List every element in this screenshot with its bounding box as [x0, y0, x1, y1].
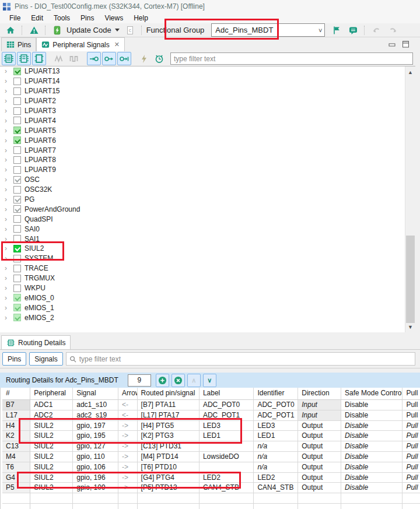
delete-route-button[interactable]: [172, 374, 185, 387]
expand-chevron-icon[interactable]: ›: [5, 138, 10, 143]
expand-chevron-icon[interactable]: ›: [5, 245, 10, 251]
cell-routed-pin[interactable]: [M4] PTD14: [138, 452, 200, 462]
table-row[interactable]: P5 SIUL2 gpio, 109 -> [P5] PTD13 CAN4_ST…: [1, 483, 420, 493]
cell-signal[interactable]: gpio, 106: [73, 462, 118, 473]
expand-chevron-icon[interactable]: ›: [5, 226, 10, 232]
peripheral-checkbox[interactable]: [13, 294, 21, 301]
expand-chevron-icon[interactable]: ›: [5, 236, 10, 242]
tree-item[interactable]: › LPUART7: [0, 145, 415, 155]
expand-chevron-icon[interactable]: ›: [5, 68, 10, 74]
add-route-button[interactable]: [156, 374, 169, 387]
cell-peripheral[interactable]: SIUL2: [30, 431, 73, 441]
cell-direction[interactable]: Output: [298, 462, 341, 473]
signals-toggle-button[interactable]: Signals: [29, 352, 62, 366]
expand-chevron-icon[interactable]: ›: [5, 285, 10, 291]
cell-routed-pin[interactable]: [T6] PTD10: [138, 462, 200, 473]
cell-identifier[interactable]: n/a: [254, 452, 298, 462]
cell-pull[interactable]: Pull: [402, 473, 420, 483]
expand-chevron-icon[interactable]: ›: [5, 108, 10, 114]
update-code-icon[interactable]: [50, 23, 64, 37]
minimize-icon[interactable]: [388, 41, 396, 48]
tree-item[interactable]: › LPUART9: [0, 165, 415, 175]
tree-item[interactable]: › SYSTEM: [0, 254, 415, 264]
expand-chevron-icon[interactable]: ›: [5, 216, 10, 222]
cell-signal[interactable]: gpio, 195: [73, 431, 118, 441]
cell-signal[interactable]: gpio, 196: [73, 473, 118, 483]
cell-direction[interactable]: Output: [298, 483, 341, 493]
tree-item[interactable]: › SIUL2: [0, 244, 415, 254]
expand-chevron-icon[interactable]: ›: [5, 275, 10, 281]
column-header[interactable]: Direction: [298, 388, 341, 400]
cell-routed-pin[interactable]: [G4] PTG4: [138, 473, 200, 483]
cell-identifier[interactable]: n/a: [254, 462, 298, 473]
tree-item[interactable]: › OSC: [0, 175, 415, 185]
peripheral-checkbox[interactable]: [13, 314, 21, 321]
column-header[interactable]: Routed pin/signal: [138, 388, 200, 400]
menu-item[interactable]: Help: [128, 13, 153, 23]
tree-item[interactable]: › OSC32K: [0, 185, 415, 195]
tree-item[interactable]: › eMIOS_2: [0, 313, 415, 322]
menu-item[interactable]: Edit: [26, 13, 48, 23]
cell-number[interactable]: C13: [2, 441, 30, 452]
package-routed-icon[interactable]: [2, 52, 16, 65]
peripheral-checkbox[interactable]: [13, 127, 21, 134]
cell-label[interactable]: LED1: [200, 431, 254, 441]
copy-code-icon[interactable]: c: [123, 23, 137, 37]
cell-safe-mode[interactable]: Disable: [341, 421, 402, 431]
cell-signal[interactable]: gpio, 127: [73, 441, 118, 452]
cell-signal[interactable]: gpio, 109: [73, 483, 118, 493]
pin-output-icon[interactable]: [102, 52, 116, 65]
cell-safe-mode[interactable]: Disable: [341, 473, 402, 483]
cell-pull[interactable]: Pull: [402, 441, 420, 452]
expand-chevron-icon[interactable]: ›: [5, 88, 10, 94]
table-row[interactable]: L17 ADC2 adc2_s19 <- [L17] PTA17 ADC_POT…: [1, 410, 420, 421]
cell-number[interactable]: M4: [2, 452, 30, 462]
column-header[interactable]: Safe Mode Control: [341, 388, 402, 400]
table-row[interactable]: C13 SIUL2 gpio, 127 -> [C13] PTD31 n/a O…: [1, 441, 420, 452]
column-header[interactable]: Signal: [73, 388, 118, 400]
cell-direction[interactable]: Output: [298, 452, 341, 462]
move-down-button[interactable]: ∨: [203, 374, 216, 387]
cell-safe-mode[interactable]: Disable: [341, 483, 402, 493]
peripheral-checkbox[interactable]: [13, 186, 21, 194]
cell-identifier[interactable]: LED3: [254, 421, 298, 431]
tree-item[interactable]: › eMIOS_0: [0, 293, 415, 303]
cell-routed-pin[interactable]: [P5] PTD13: [138, 483, 200, 493]
tree-filter-input[interactable]: type filter text: [170, 52, 413, 65]
cell-pull[interactable]: Pull: [402, 421, 420, 431]
cell-peripheral[interactable]: SIUL2: [30, 452, 73, 462]
cell-identifier[interactable]: LED1: [254, 431, 298, 441]
expand-chevron-icon[interactable]: ›: [5, 265, 10, 271]
cell-peripheral[interactable]: SIUL2: [30, 483, 73, 493]
routing-filter-input[interactable]: type filter text: [66, 352, 415, 366]
peripheral-checkbox[interactable]: [13, 275, 21, 282]
tree-item[interactable]: › SAI0: [0, 224, 415, 234]
peripheral-checkbox[interactable]: [13, 265, 21, 272]
pin-inout-icon[interactable]: [117, 52, 131, 65]
peripheral-checkbox[interactable]: [13, 304, 21, 311]
cell-peripheral[interactable]: SIUL2: [30, 421, 73, 431]
column-header[interactable]: Label: [200, 388, 254, 400]
menu-item[interactable]: File: [4, 13, 26, 23]
peripheral-checkbox[interactable]: [13, 245, 21, 252]
tree-item[interactable]: › PowerAndGround: [0, 204, 415, 214]
expand-chevron-icon[interactable]: ›: [5, 295, 10, 301]
peripheral-checkbox[interactable]: [13, 78, 21, 85]
expand-chevron-icon[interactable]: ›: [5, 196, 10, 202]
timer-icon[interactable]: [152, 52, 166, 65]
peripheral-checkbox[interactable]: [13, 196, 21, 203]
table-row[interactable]: B7 ADC1 adc1_s10 <- [B7] PTA11 ADC_POT0 …: [1, 400, 420, 410]
peripheral-checkbox[interactable]: [13, 136, 21, 144]
table-row[interactable]: M4 SIUL2 gpio, 110 -> [M4] PTD14 Lowside…: [1, 452, 420, 462]
cell-identifier[interactable]: CAN4_STB: [254, 483, 298, 493]
tree-item[interactable]: › PG: [0, 195, 415, 205]
waveform-icon[interactable]: [52, 52, 66, 65]
cell-identifier[interactable]: ADC_POT0: [254, 400, 298, 410]
cell-routed-pin[interactable]: [K2] PTG3: [138, 431, 200, 441]
flash-icon[interactable]: [137, 52, 151, 65]
peripheral-checkbox[interactable]: [13, 255, 21, 262]
expand-chevron-icon[interactable]: ›: [5, 148, 10, 153]
cell-peripheral[interactable]: SIUL2: [30, 473, 73, 483]
cell-routed-pin[interactable]: [C13] PTD31: [138, 441, 200, 452]
cell-number[interactable]: K2: [2, 431, 30, 441]
